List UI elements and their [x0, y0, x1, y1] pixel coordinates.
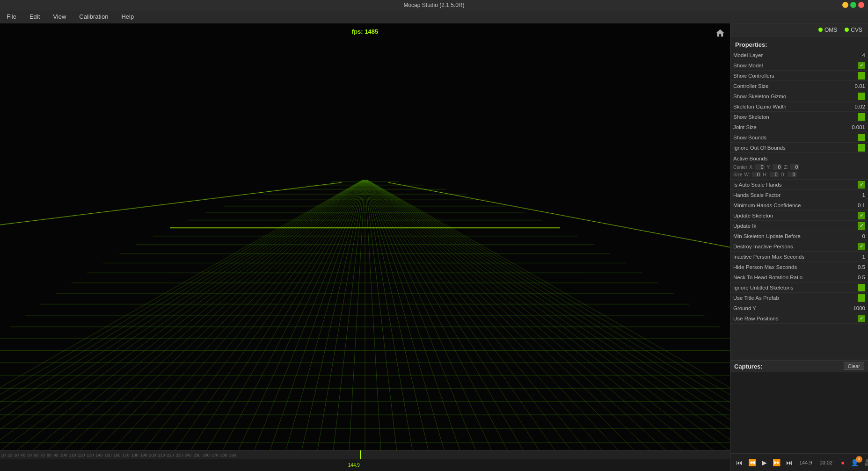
prop-row: Neck To Head Rotation Ratio0.5 — [730, 272, 868, 283]
go-end-button[interactable]: ⏭ — [784, 458, 795, 467]
prop-color-button[interactable] — [858, 113, 865, 121]
prop-value: 1 — [846, 254, 865, 260]
prop-value: 0.01 — [846, 83, 865, 89]
maximize-button[interactable] — [850, 2, 856, 8]
ruler-tick: 270 — [211, 453, 219, 457]
prop-value: 0.02 — [846, 104, 865, 109]
oms-status: OMS — [818, 27, 837, 33]
prop-row: Hide Person Max Seconds0.5 — [730, 262, 868, 272]
prop-checkbox[interactable]: ✓ — [858, 243, 865, 250]
prop-row: Destroy Inactive Persons✓ — [730, 241, 868, 252]
oms-label: OMS — [824, 27, 837, 33]
ruler-tick: 190 — [139, 453, 148, 457]
viewport[interactable]: fps: 1485 102030405060708090100110120130… — [0, 23, 730, 471]
checkbox-check: ✓ — [860, 316, 864, 321]
prop-label: Update Skeleton — [733, 213, 858, 218]
properties-panel[interactable]: Properties: Model Layer4Show Model✓Show … — [730, 36, 868, 360]
ruler-tick: 260 — [202, 453, 211, 457]
prop-color-button[interactable] — [858, 294, 865, 302]
ruler-tick: 140 — [95, 453, 103, 457]
menu-calibration[interactable]: Calibration — [76, 12, 111, 21]
menu-file[interactable]: File — [4, 12, 19, 21]
go-start-button[interactable]: ⏮ — [734, 458, 744, 467]
titlebar-controls[interactable] — [842, 2, 864, 8]
ruler-tick: 50 — [26, 453, 33, 457]
prop-label: Is Auto Scale Hands — [733, 182, 858, 188]
prop-row: Hands Scale Factor1 — [730, 190, 868, 200]
prop-label: Min Skeleton Update Before — [733, 233, 846, 239]
prop-color-button[interactable] — [858, 134, 865, 141]
prop-color-button[interactable] — [858, 93, 865, 100]
bounds-size: Size W:0 H:0 D:0 — [733, 171, 865, 178]
ruler-tick: 80 — [46, 453, 52, 457]
camera-button[interactable]: 🎥 — [862, 458, 868, 467]
ruler-tick: 130 — [86, 453, 95, 457]
menu-edit[interactable]: Edit — [27, 12, 43, 21]
clear-button[interactable]: Clear — [844, 362, 864, 370]
minimize-button[interactable] — [842, 2, 848, 8]
home-icon[interactable] — [715, 28, 725, 41]
menu-help[interactable]: Help — [118, 12, 137, 21]
ruler-tick: 200 — [148, 453, 157, 457]
ruler-tick: 210 — [157, 453, 166, 457]
cvs-label: CVS — [851, 27, 862, 33]
prop-row: Inactive Person Max Seconds1 — [730, 252, 868, 262]
ruler-tick: 290 — [228, 453, 237, 457]
grid-canvas — [0, 23, 730, 471]
close-button[interactable] — [858, 2, 864, 8]
prop-checkbox[interactable]: ✓ — [858, 212, 865, 219]
ruler-tick: 90 — [52, 453, 59, 457]
prop-color-button[interactable] — [858, 72, 865, 80]
checkbox-check: ✓ — [860, 63, 864, 68]
timeline-ruler[interactable]: 1020304050607080901001101201301401501601… — [0, 450, 730, 460]
oms-dot — [818, 28, 823, 32]
ruler-tick: 70 — [39, 453, 46, 457]
prop-color-button[interactable] — [858, 144, 865, 152]
ruler-tick: 150 — [103, 453, 112, 457]
prop-label: Use Title As Prefab — [733, 295, 858, 301]
ruler-tick: 220 — [166, 453, 175, 457]
checkbox-check: ✓ — [860, 182, 864, 187]
transport-bar: ⏮ ⏪ ▶ ⏩ ⏭ 144.9 00:02 ● 👤 0 🎥 0 📺 0 — [730, 453, 868, 471]
prop-label: Ignore Out Of Bounds — [733, 145, 858, 151]
prop-row: Show Model✓ — [730, 60, 868, 71]
prop-checkbox[interactable]: ✓ — [858, 62, 865, 69]
record-button[interactable]: ● — [839, 458, 846, 467]
prop-checkbox[interactable]: ✓ — [858, 222, 865, 230]
main-layout: fps: 1485 102030405060708090100110120130… — [0, 23, 868, 471]
ruler-tick: 20 — [7, 453, 13, 457]
fps-counter: fps: 1485 — [352, 28, 378, 35]
ruler-tick: 230 — [175, 453, 184, 457]
cvs-dot — [845, 28, 849, 32]
ruler-tick: 100 — [59, 453, 68, 457]
ruler-tick: 280 — [219, 453, 228, 457]
prop-row: Ignore Out Of Bounds — [730, 143, 868, 153]
captures-header: Captures: Clear — [730, 361, 868, 372]
prop-value: 4 — [846, 52, 865, 58]
prop-label: Update Ik — [733, 223, 858, 229]
play-button[interactable]: ▶ — [760, 458, 769, 467]
playhead-indicator — [360, 450, 361, 460]
step-forward-button[interactable]: ⏩ — [771, 458, 782, 467]
checkbox-check: ✓ — [860, 223, 864, 228]
prop-color-button[interactable] — [858, 284, 865, 291]
bounds-label: Active Bounds — [733, 156, 865, 161]
prop-checkbox[interactable]: ✓ — [858, 315, 865, 322]
properties-rows-container: Model Layer4Show Model✓Show ControllersC… — [730, 50, 868, 324]
prop-row: Show Bounds — [730, 132, 868, 143]
menu-view[interactable]: View — [50, 12, 69, 21]
ruler-tick: 30 — [13, 453, 20, 457]
prop-value: 0 — [846, 233, 865, 239]
prop-row: Model Layer4 — [730, 50, 868, 60]
prop-label: Skeleton Gizmo Width — [733, 104, 846, 109]
prop-row: Use Title As Prefab — [730, 293, 868, 303]
captures-panel: Captures: Clear — [730, 360, 868, 453]
prop-row: Update Ik✓ — [730, 221, 868, 231]
prop-checkbox[interactable]: ✓ — [858, 181, 865, 188]
right-panel: OMS CVS Properties: Model Layer4Show Mod… — [730, 23, 868, 471]
checkbox-check: ✓ — [860, 213, 864, 218]
step-back-button[interactable]: ⏪ — [746, 458, 758, 467]
titlebar: Mocap Studio (2.1.5.0R) — [0, 0, 868, 10]
prop-row: Skeleton Gizmo Width0.02 — [730, 101, 868, 112]
prop-label: Show Controllers — [733, 73, 858, 79]
